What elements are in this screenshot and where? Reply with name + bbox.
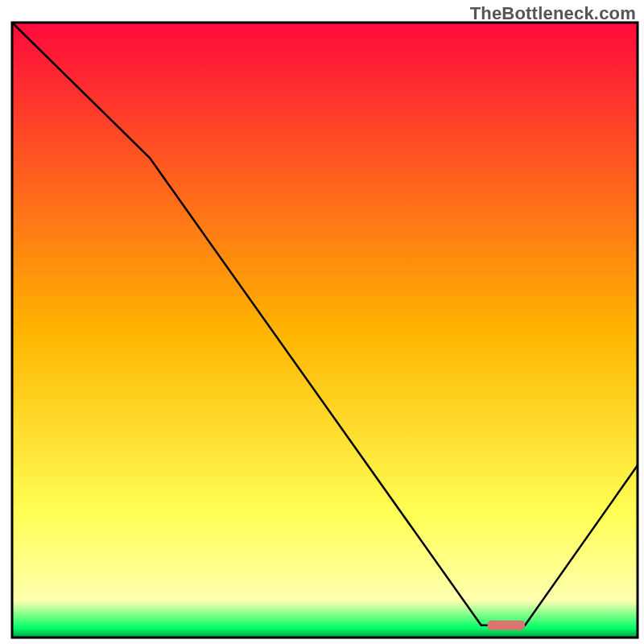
- bottleneck-chart: [0, 0, 644, 644]
- optimal-segment-marker: [488, 621, 526, 630]
- chart-container: TheBottleneck.com: [0, 0, 644, 644]
- watermark-text: TheBottleneck.com: [470, 3, 636, 24]
